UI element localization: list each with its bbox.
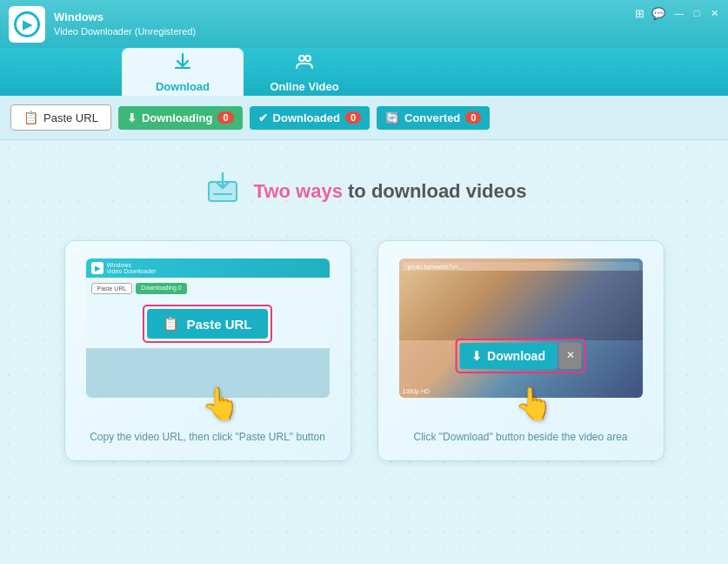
download-arrow-icon: ⬇ [471, 349, 482, 363]
downloaded-icon: ✔ [258, 111, 268, 124]
cards-row: ▶ WindowsVideo Downloader Paste URL Down… [64, 240, 665, 461]
mockup-body: Paste URL Downloading 0 📋 Paste URL [86, 278, 330, 348]
logo-icon: ▶ [14, 11, 40, 37]
mockup-downloading-small: Downloading 0 [136, 283, 186, 294]
svg-point-1 [305, 56, 311, 61]
paste-url-card-btn: 📋 Paste URL [147, 309, 267, 339]
app-subtitle: Video Downloader (Unregistered) [54, 25, 196, 37]
converted-badge: 0 [465, 111, 481, 124]
app-logo: ▶ [9, 6, 45, 43]
downloading-icon: ⬇ [127, 111, 137, 124]
download-highlight-border: ⬇ Download ✕ [455, 339, 586, 373]
card-paste-preview: ▶ WindowsVideo Downloader Paste URL Down… [86, 258, 330, 398]
toolbar: 📋 Paste URL ⬇ Downloading 0 ✔ Downloaded… [0, 96, 728, 140]
downloading-button[interactable]: ⬇ Downloading 0 [118, 106, 243, 130]
video-close-btn: ✕ [559, 343, 582, 369]
tab-online-video-label: Online Video [270, 80, 338, 93]
header-icon [202, 166, 244, 216]
chat-icon: 💬 [651, 7, 665, 20]
video-mockup: youtu.be/watch?v=... 1080p HD ⬇ Download… [399, 258, 643, 398]
card-download-preview: youtu.be/watch?v=... 1080p HD ⬇ Download… [399, 258, 643, 398]
converted-icon: 🔄 [385, 111, 399, 124]
header-text: Two ways to download videos [254, 180, 527, 203]
maximize-button[interactable]: □ [690, 7, 704, 19]
video-download-btn: ⬇ Download [459, 343, 558, 369]
downloading-badge: 0 [217, 111, 233, 124]
video-overlay-bar: ⬇ Download ✕ [455, 339, 586, 373]
tab-download[interactable]: Download [122, 48, 244, 96]
minimize-button[interactable]: — [672, 7, 686, 19]
downloaded-badge: 0 [345, 111, 361, 124]
app-title: Windows Video Downloader (Unregistered) [54, 10, 196, 37]
grid-icon: ⊞ [635, 7, 645, 20]
download-tab-icon [172, 51, 193, 77]
header-section: Two ways to download videos [202, 166, 527, 216]
mockup-logo: ▶ [91, 262, 104, 274]
mockup-toolbar-row: Paste URL Downloading 0 [91, 283, 324, 294]
paste-highlight-border: 📋 Paste URL [143, 305, 271, 343]
tab-online-video[interactable]: Online Video [244, 48, 365, 96]
paste-icon: 📋 [23, 111, 38, 124]
title-bar: ▶ Windows Video Downloader (Unregistered… [0, 0, 728, 48]
mockup-titlebar: ▶ WindowsVideo Downloader [86, 258, 330, 278]
card-download-caption: Click "Download" button beside the video… [414, 431, 628, 443]
video-resolution: 1080p HD [403, 388, 431, 394]
paste-card-icon: 📋 [163, 316, 179, 332]
downloaded-button[interactable]: ✔ Downloaded 0 [250, 106, 370, 130]
main-content: Two ways to download videos ▶ WindowsVid… [0, 140, 728, 564]
card-paste-caption: Copy the video URL, then click "Paste UR… [90, 431, 325, 443]
mockup-paste-small: Paste URL [91, 283, 133, 294]
video-thumbnail [399, 271, 643, 340]
paste-url-button[interactable]: 📋 Paste URL [10, 104, 111, 131]
close-button[interactable]: ✕ [707, 7, 721, 19]
converted-button[interactable]: 🔄 Converted 0 [377, 106, 490, 130]
svg-point-0 [299, 56, 304, 61]
card-paste-url: ▶ WindowsVideo Downloader Paste URL Down… [64, 240, 351, 461]
online-video-tab-icon [294, 51, 315, 77]
cursor-hand-2: 👆 [514, 386, 553, 422]
tab-download-label: Download [156, 80, 210, 93]
tab-bar: Download Online Video [0, 48, 728, 96]
card-download-btn: youtu.be/watch?v=... 1080p HD ⬇ Download… [377, 240, 665, 461]
cursor-hand-1: 👆 [201, 386, 240, 422]
window-controls: ⊞ 💬 — □ ✕ [635, 7, 721, 20]
